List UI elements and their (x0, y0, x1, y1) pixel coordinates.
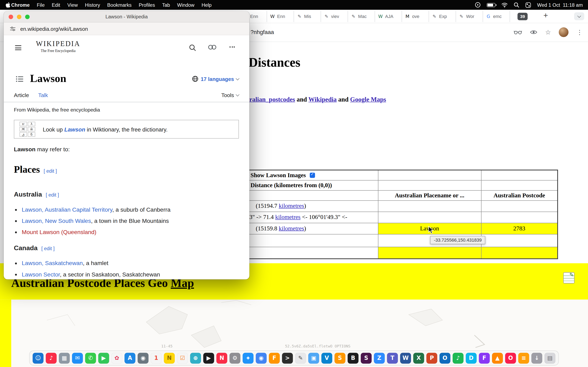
dock-app[interactable]: ☑ (177, 352, 188, 363)
show-images-checkbox[interactable] (310, 173, 315, 178)
preview-eye-icon[interactable] (530, 30, 537, 35)
browser-tab[interactable]: G emc (483, 11, 510, 22)
dock-app[interactable]: F (479, 352, 490, 363)
dock-app[interactable]: S (334, 352, 345, 363)
wiktionary-lawson-link[interactable]: Lawson (64, 126, 85, 132)
dock-app[interactable]: ⌖ (242, 352, 253, 363)
menu-item[interactable]: Edit (52, 2, 60, 8)
dock-app[interactable]: ▶ (203, 352, 214, 363)
wifi-icon[interactable] (502, 2, 508, 7)
dock-app[interactable]: 1 (151, 352, 162, 363)
dock-app[interactable]: ☺ (33, 352, 43, 363)
dock-app[interactable]: ✎ (295, 352, 306, 363)
kilometres-link[interactable]: kilometres (279, 225, 304, 231)
language-selector[interactable]: 17 languages (192, 76, 239, 82)
chrome-menu-icon[interactable]: ⋮ (576, 29, 583, 36)
dock-app[interactable]: O (505, 352, 516, 363)
place-link[interactable]: Lawson, Saskatchewan (22, 260, 83, 266)
wikipedia-link[interactable]: Wikipedia (309, 96, 337, 103)
account-icon[interactable] (208, 44, 217, 50)
control-center-icon[interactable] (526, 2, 531, 8)
place-link[interactable]: Lawson, New South Wales (22, 217, 91, 224)
new-tab-button[interactable]: + (543, 11, 548, 20)
browser-tab[interactable]: W Enn (267, 11, 294, 22)
dock-app[interactable]: W (400, 352, 411, 363)
dock-app[interactable]: ↓ (531, 352, 542, 363)
menu-item[interactable]: Chrome (11, 2, 30, 8)
kilometres-link[interactable]: kilometres (279, 203, 304, 209)
dock-app[interactable]: N (164, 352, 175, 363)
dock-app[interactable]: T (387, 352, 398, 363)
tab-counter[interactable]: 39 (518, 13, 528, 20)
tab-search-chevron[interactable] (574, 12, 584, 20)
dock-app[interactable]: ✆ (85, 352, 96, 363)
contents-icon[interactable] (16, 76, 23, 82)
dock-app[interactable]: ✿ (112, 352, 122, 363)
dock-app[interactable]: ♪ (46, 352, 57, 363)
dock-app[interactable]: ▤ (545, 352, 555, 363)
browser-tab[interactable]: ✎ Exp (429, 11, 456, 22)
main-menu-icon[interactable] (15, 45, 21, 50)
dock-app[interactable]: ◉ (138, 352, 148, 363)
dock-app[interactable]: ▦ (59, 352, 70, 363)
dock-app[interactable]: A (125, 352, 135, 363)
menu-bar-clock[interactable]: Wed 1 Oct 11:18 am (537, 2, 583, 8)
menu-item[interactable]: Window (177, 2, 194, 8)
close-button[interactable] (9, 15, 13, 19)
place-link[interactable]: Lawson, Australian Capital Territory (22, 206, 112, 213)
browser-tab[interactable]: M ove (402, 11, 429, 22)
browser-tab[interactable]: ✎ Mis (294, 11, 321, 22)
dock-app[interactable]: > (282, 352, 293, 363)
dock-app[interactable]: Z (374, 352, 385, 363)
more-options-icon[interactable] (229, 47, 235, 48)
zoom-button[interactable] (25, 15, 30, 19)
kilometres-link[interactable]: kilometres (275, 214, 301, 220)
dock-app[interactable]: V (321, 352, 332, 363)
tab-talk[interactable]: Talk (38, 92, 48, 98)
dock-app[interactable]: N (216, 352, 227, 363)
dock-app[interactable]: ▲ (492, 352, 503, 363)
bookmark-star-icon[interactable]: ☆ (545, 29, 551, 36)
dock-app[interactable]: D (466, 352, 476, 363)
dock-app[interactable]: B (348, 352, 359, 363)
postcodes-link[interactable]: ralian_postcodes (249, 96, 295, 103)
dock-app[interactable]: ⊕ (190, 352, 201, 363)
dock-app[interactable]: ◉ (256, 352, 267, 363)
dock-app[interactable]: ▣ (308, 352, 319, 363)
apple-menu-icon[interactable] (5, 2, 11, 8)
edit-link[interactable]: [ edit ] (46, 192, 59, 198)
battery-icon[interactable] (487, 3, 495, 7)
dock-app[interactable]: ▶ (98, 352, 109, 363)
window-title-bar[interactable]: Lawson - Wikipedia (4, 11, 249, 22)
page-url[interactable]: en.wikipedia.org/wiki/Lawson (20, 26, 88, 32)
spotlight-icon[interactable] (514, 2, 520, 8)
dock-app[interactable]: ⚙ (229, 352, 240, 363)
site-settings-icon[interactable] (10, 26, 16, 32)
place-link[interactable]: Lawson Sector (22, 271, 60, 277)
tools-menu[interactable]: Tools (221, 92, 239, 98)
dock-app[interactable]: O (440, 352, 450, 363)
dock-app[interactable]: F (269, 352, 280, 363)
dock-app[interactable]: ✉ (72, 352, 83, 363)
postcode-cell[interactable]: 2783 (481, 223, 558, 234)
address-bar-url[interactable]: ?nhgfaaa (251, 29, 274, 35)
address-bar[interactable]: en.wikipedia.org/wiki/Lawson (4, 22, 249, 35)
menu-item[interactable]: Bookmarks (107, 2, 131, 8)
screen-record-icon[interactable] (475, 2, 481, 8)
menu-item[interactable]: History (85, 2, 100, 8)
edit-link[interactable]: [ edit ] (41, 246, 54, 251)
place-link[interactable]: Mount Lawson (Queensland) (22, 229, 96, 235)
menu-item[interactable]: Help (201, 2, 212, 8)
minimize-button[interactable] (17, 15, 21, 19)
menu-item[interactable]: Profiles (139, 2, 155, 8)
dock-app[interactable]: ≡ (518, 352, 529, 363)
dock-app[interactable]: ♪ (453, 352, 463, 363)
edit-note-icon[interactable]: ✎ (563, 272, 575, 284)
edit-link[interactable]: [ edit ] (44, 168, 57, 174)
menu-item[interactable]: View (67, 2, 78, 8)
browser-tab[interactable]: ✎ viev (321, 11, 348, 22)
menu-item[interactable]: Tab (162, 2, 170, 8)
browser-tab[interactable]: W AJA (375, 11, 402, 22)
search-icon[interactable] (189, 44, 196, 51)
wikipedia-logo[interactable]: WIKIPEDIA The Free Encyclopedia (33, 40, 83, 53)
